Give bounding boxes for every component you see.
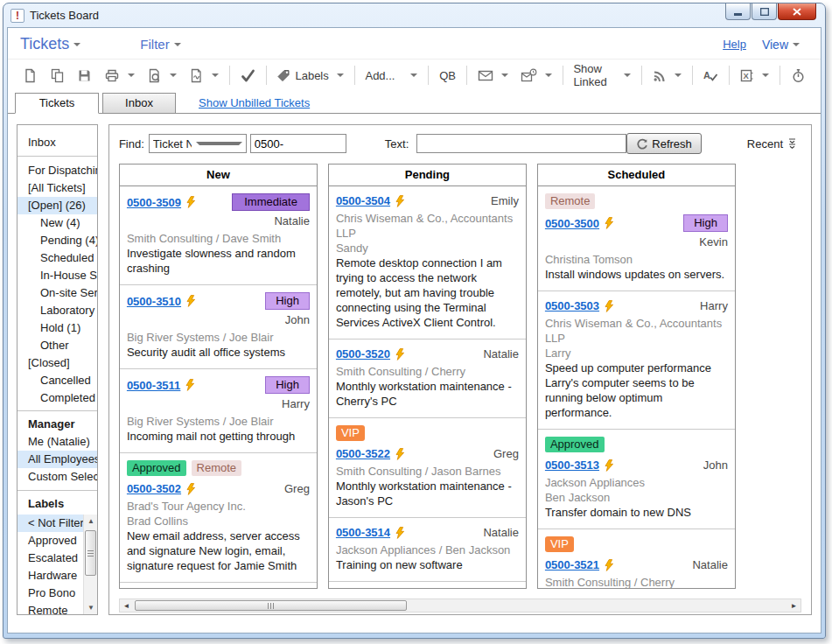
scrollbar-thumb[interactable]: [135, 600, 407, 611]
scroll-down-icon[interactable]: ▼: [84, 601, 97, 614]
view-menu[interactable]: View: [762, 38, 800, 52]
labels-scrollbar[interactable]: ▲ ▼: [83, 514, 97, 614]
export-pdf-button[interactable]: [185, 66, 223, 86]
title-bar[interactable]: ! Tickets Board: [7, 4, 822, 27]
ticket-card[interactable]: 0500-3511HighHarryBig River Systems / Jo…: [120, 369, 317, 453]
manager-item[interactable]: Me (Natalie): [17, 433, 97, 451]
print-preview-button[interactable]: [143, 66, 181, 86]
ticket-card[interactable]: 0500-3510HighJohnBig River Systems / Joe…: [120, 285, 317, 369]
ticket-card[interactable]: 0500-3514NatalieJackson Appliances / Ben…: [329, 518, 526, 582]
sidebar-item[interactable]: [Open] (26): [17, 197, 97, 214]
chevron-down-icon: [624, 74, 631, 77]
tab-tickets[interactable]: Tickets: [15, 93, 99, 114]
spellcheck-button[interactable]: A: [699, 66, 723, 85]
sidebar-item[interactable]: Other: [17, 337, 97, 354]
refresh-button[interactable]: Refresh: [626, 133, 702, 154]
ticket-link[interactable]: 0500-3513: [545, 458, 599, 472]
email-schedule-button[interactable]: [516, 66, 556, 86]
email-button[interactable]: [473, 66, 513, 85]
new-ticket-button[interactable]: [18, 66, 42, 86]
text-label: Text:: [385, 137, 409, 150]
ticket-card[interactable]: Remote0500-3500HighKevinChristina Tomson…: [538, 186, 735, 291]
card-description: New email address, server access and sig…: [127, 528, 310, 573]
ticket-link[interactable]: 0500-3500: [545, 216, 599, 231]
text-search-input[interactable]: [416, 134, 626, 153]
recent-sort[interactable]: Recent: [747, 137, 796, 150]
label-filter-item[interactable]: Approved: [17, 532, 83, 550]
scroll-left-icon[interactable]: ◄: [120, 599, 133, 612]
ticket-board: Find: Ticket Number Text: Refresh Recent…: [108, 124, 812, 615]
label-filter-item[interactable]: Pro Bono: [17, 584, 83, 602]
label-filter-item[interactable]: Hardware: [17, 567, 83, 584]
sidebar-item[interactable]: Hold (1): [17, 319, 97, 337]
ticket-card[interactable]: VIP0500-3521NatalieSmith Consulting / Ch…: [538, 529, 735, 588]
sidebar-item[interactable]: In-House Service (5): [17, 267, 97, 284]
label-filter-item[interactable]: Escalated: [17, 550, 83, 567]
labels-button[interactable]: Labels: [272, 66, 347, 86]
ticket-card[interactable]: 0500-3509ImmediateNatalieSmith Consultin…: [120, 186, 317, 285]
ticket-card[interactable]: ApprovedRemote0500-3502GregBrad's Tour A…: [120, 453, 317, 583]
sidebar-item[interactable]: Scheduled (4): [17, 249, 97, 267]
show-unbilled-link[interactable]: Show Unbilled Tickets: [199, 96, 310, 109]
export-excel-button[interactable]: X: [735, 66, 773, 86]
tab-inbox[interactable]: Inbox: [102, 93, 176, 113]
manager-item[interactable]: All Employees: [17, 451, 97, 468]
sidebar-item[interactable]: Pending (4): [17, 232, 97, 249]
sidebar-item-inbox[interactable]: Inbox: [17, 125, 97, 156]
manager-item[interactable]: Custom Selection...: [17, 468, 97, 486]
minimize-button[interactable]: [725, 4, 751, 20]
ticket-card[interactable]: VIP0500-3522GregSmith Consulting / Jason…: [329, 418, 526, 518]
ticket-card[interactable]: 0500-3504EmilyChris Wiseman & Co., Accou…: [329, 186, 526, 340]
ticket-link[interactable]: 0500-3509: [127, 195, 181, 210]
sidebar-item[interactable]: [All Tickets]: [17, 179, 97, 197]
card-subtext: Big River Systems / Joe Blair: [127, 414, 310, 429]
ticket-link[interactable]: 0500-3503: [545, 298, 599, 313]
sidebar-item[interactable]: For Dispatching (16): [17, 162, 97, 179]
sidebar-item[interactable]: [Closed]: [17, 354, 97, 372]
sidebar-item[interactable]: Laboratory Service (1): [17, 302, 97, 319]
board-scrollbar[interactable]: ◄ ►: [119, 598, 801, 612]
ticket-link[interactable]: 0500-3510: [127, 294, 181, 309]
label-filter-item[interactable]: Remote: [17, 602, 83, 614]
show-linked-button[interactable]: Show Linked: [569, 60, 635, 91]
ticket-card[interactable]: 0500-3503HarryChris Wiseman & Co., Accou…: [538, 291, 735, 430]
card-subtext: Jackson Appliances / Ben Jackson: [336, 542, 519, 557]
ticket-card[interactable]: 0500-3520NatalieSmith Consulting / Cherr…: [329, 340, 526, 418]
sidebar-item[interactable]: New (4): [17, 214, 97, 232]
chevron-down-icon: [675, 74, 682, 77]
ticket-number-input[interactable]: [250, 134, 346, 153]
maximize-button[interactable]: [752, 4, 777, 20]
copy-button[interactable]: [45, 66, 69, 86]
scroll-right-icon[interactable]: ►: [787, 599, 801, 612]
timer-button[interactable]: [787, 66, 810, 86]
ticket-link[interactable]: 0500-3521: [545, 557, 599, 572]
ticket-link[interactable]: 0500-3514: [336, 525, 390, 540]
save-button[interactable]: [73, 66, 96, 86]
ticket-link[interactable]: 0500-3504: [336, 193, 390, 208]
refresh-icon: [636, 138, 647, 150]
ticket-link[interactable]: 0500-3522: [336, 446, 390, 461]
ticket-link[interactable]: 0500-3520: [336, 346, 390, 361]
lightning-icon: [395, 195, 405, 207]
filter-menu[interactable]: Filter: [140, 37, 180, 52]
print-button[interactable]: [100, 66, 139, 86]
quickbooks-button[interactable]: QB: [435, 66, 460, 85]
priority-badge: Immediate: [232, 193, 310, 211]
sidebar-item[interactable]: On-site Service (7): [17, 284, 97, 302]
close-button[interactable]: [778, 4, 816, 20]
label-filter-item[interactable]: < Not Filtered >: [17, 514, 83, 532]
complete-button[interactable]: [236, 66, 260, 85]
rss-feed-button[interactable]: [648, 66, 686, 85]
ticket-card[interactable]: Approved0500-3513JohnJackson AppliancesB…: [538, 430, 735, 529]
sidebar-item[interactable]: Completed: [17, 389, 97, 407]
help-link[interactable]: Help: [723, 38, 746, 51]
chevron-down-icon: [73, 43, 80, 46]
ticket-link[interactable]: 0500-3511: [127, 378, 180, 393]
tickets-menu[interactable]: Tickets: [20, 35, 80, 53]
add-button[interactable]: Add...: [360, 66, 422, 85]
scrollbar-thumb[interactable]: [85, 530, 96, 576]
scroll-up-icon[interactable]: ▲: [84, 514, 97, 528]
sidebar-item[interactable]: Cancelled: [17, 372, 97, 389]
search-field-select[interactable]: Ticket Number: [149, 134, 247, 153]
ticket-link[interactable]: 0500-3502: [127, 481, 181, 496]
